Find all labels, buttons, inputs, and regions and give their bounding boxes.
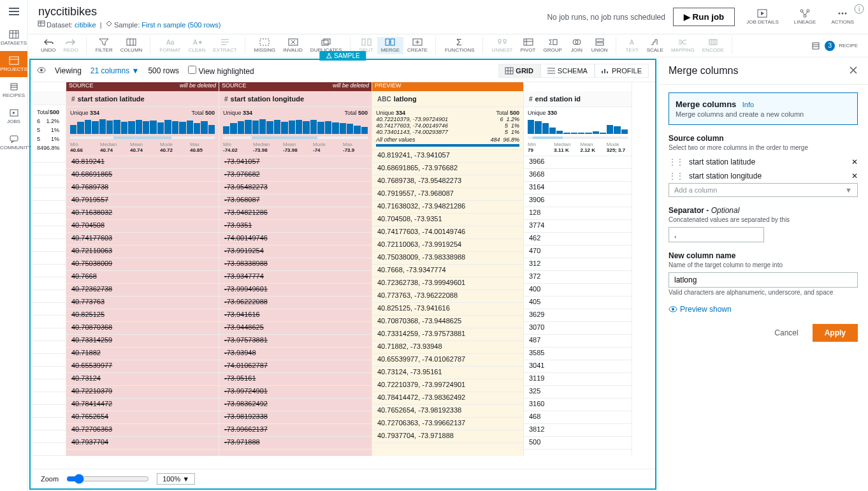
table-cell[interactable]: 40.819241 (66, 156, 219, 169)
preview-toggle[interactable]: Preview shown (669, 305, 858, 314)
hamburger-icon[interactable] (0, 0, 27, 25)
table-cell[interactable]: 3629 (524, 309, 632, 322)
table-cell[interactable]: 40.7652654 (66, 411, 219, 424)
actions-button[interactable]: ACTIONS (827, 9, 858, 25)
text-button[interactable]: ATEXT (621, 37, 643, 54)
table-cell[interactable]: 40.819241, -73.941057 (372, 150, 523, 163)
table-cell[interactable]: 40.7919557, -73.968087 (372, 188, 523, 201)
table-cell[interactable]: 405 (524, 297, 632, 309)
table-cell[interactable]: 40.7668 (66, 271, 219, 284)
join-button[interactable]: JOIN (566, 37, 588, 54)
table-cell[interactable]: 3774 (524, 220, 632, 233)
recipe-button[interactable]: 3 RECIPE (811, 41, 863, 51)
table-cell[interactable]: 40.68691865, -73.976682 (372, 163, 523, 175)
table-cell[interactable]: 40.73124, -73.95161 (372, 367, 523, 379)
table-cell[interactable]: 40.74177603, -74.00149746 (372, 226, 523, 239)
table-cell[interactable]: 462 (524, 233, 632, 246)
table-cell[interactable]: 40.72706363 (66, 424, 219, 437)
table-cell[interactable]: -73.95482273 (219, 182, 372, 194)
table-cell[interactable]: 40.7689738 (66, 182, 219, 194)
grid-view-button[interactable]: GRID (498, 64, 540, 78)
table-cell[interactable]: 40.75038009, -73.98338988 (372, 252, 523, 265)
table-cell[interactable]: -73.99949601 (219, 284, 372, 297)
nav-datasets[interactable]: DATASETS (0, 25, 27, 51)
table-cell[interactable]: 3668 (524, 169, 632, 182)
table-cell[interactable]: 40.704508 (66, 220, 219, 233)
table-cell[interactable]: -73.941616 (219, 309, 372, 322)
table-cell[interactable]: 40.7919557 (66, 194, 219, 207)
table-cell[interactable]: -74.01062787 (219, 360, 372, 373)
table-cell[interactable]: 40.72362738, -73.99949601 (372, 277, 523, 290)
missing-button[interactable]: MISSING (250, 37, 280, 54)
table-cell[interactable]: 40.68691865 (66, 169, 219, 182)
nav-recipes[interactable]: RECIPES (0, 77, 27, 103)
table-cell[interactable]: 40.704508, -73.9351 (372, 214, 523, 226)
table-cell[interactable]: 40.825125 (66, 309, 219, 322)
table-cell[interactable]: 40.7937704 (66, 437, 219, 450)
functions-button[interactable]: ΣFUNCTIONS (441, 37, 479, 54)
table-cell[interactable]: 40.7668, -73.9347774 (372, 265, 523, 277)
table-cell[interactable]: 487 (524, 335, 632, 348)
table-cell[interactable]: -73.94821286 (219, 207, 372, 220)
table-cell[interactable]: 40.773763 (66, 297, 219, 309)
table-cell[interactable]: 40.75038009 (66, 258, 219, 271)
table-cell[interactable]: -73.93948 (219, 348, 372, 360)
add-column-dropdown[interactable]: Add a column▼ (669, 183, 858, 197)
scale-button[interactable]: SCALE (643, 37, 667, 54)
table-cell[interactable]: 40.73314259 (66, 335, 219, 348)
table-cell[interactable]: 40.72210379 (66, 386, 219, 399)
merge-button[interactable]: MERGE (377, 37, 403, 54)
table-cell[interactable]: 40.78414472 (66, 399, 219, 411)
table-cell[interactable]: 312 (524, 258, 632, 271)
table-cell[interactable]: -73.99724901 (219, 386, 372, 399)
table-cell[interactable]: 128 (524, 207, 632, 220)
undo-button[interactable]: UNDO (37, 37, 60, 54)
union-button[interactable]: UNION (588, 37, 612, 54)
table-cell[interactable]: -74.00149746 (219, 233, 372, 246)
table-cell[interactable]: 40.73124 (66, 373, 219, 386)
remove-icon[interactable]: ✕ (851, 158, 858, 166)
schema-view-button[interactable]: SCHEMA (540, 64, 595, 78)
table-cell[interactable]: 40.71638032 (66, 207, 219, 220)
table-cell[interactable]: 3119 (524, 373, 632, 386)
create-button[interactable]: CREATE (403, 37, 431, 54)
unnest-button[interactable]: UNNEST (488, 37, 517, 54)
table-cell[interactable]: 40.65539977, -74.01062787 (372, 354, 523, 367)
table-cell[interactable]: -73.98362492 (219, 399, 372, 411)
columns-dropdown[interactable]: 21 columns ▼ (90, 66, 140, 75)
table-cell[interactable]: -73.99662137 (219, 424, 372, 437)
table-cell[interactable]: 40.773763, -73.96222088 (372, 290, 523, 303)
source-row-lat[interactable]: ⋮⋮ start station latitude ✕ (669, 155, 858, 169)
table-cell[interactable]: 40.71882, -73.93948 (372, 341, 523, 354)
table-cell[interactable]: 40.71882 (66, 348, 219, 360)
dataset-link[interactable]: citibike (75, 21, 96, 29)
extract-button[interactable]: EXTRACT (209, 37, 240, 54)
table-cell[interactable]: -73.9347774 (219, 271, 372, 284)
filter-button[interactable]: FILTER (92, 37, 117, 54)
run-job-button[interactable]: ▶ Run job (673, 8, 735, 26)
table-cell[interactable]: 40.65539977 (66, 360, 219, 373)
table-cell[interactable]: 40.72706363, -73.99662137 (372, 418, 523, 430)
table-cell[interactable]: 40.70870368 (66, 322, 219, 335)
table-cell[interactable]: 40.72110063 (66, 246, 219, 258)
nav-jobs[interactable]: JOBS (0, 103, 27, 129)
source-row-lon[interactable]: ⋮⋮ start station longitude ✕ (669, 169, 858, 183)
zoom-slider[interactable] (66, 474, 149, 484)
table-cell[interactable]: -73.941057 (219, 156, 372, 169)
table-cell[interactable]: 3041 (524, 360, 632, 373)
table-cell[interactable]: 40.78414472, -73.98362492 (372, 392, 523, 405)
table-cell[interactable]: 40.7652654, -73.98192338 (372, 405, 523, 418)
table-cell[interactable]: 3812 (524, 424, 632, 437)
pivot-button[interactable]: PIVOT (517, 37, 540, 54)
table-cell[interactable]: -73.976682 (219, 169, 372, 182)
table-cell[interactable]: -73.97573881 (219, 335, 372, 348)
table-cell[interactable]: 40.72110063, -73.9919254 (372, 239, 523, 252)
table-cell[interactable]: 40.73314259, -73.97573881 (372, 328, 523, 341)
group-button[interactable]: ΣGROUP (540, 37, 566, 54)
info-link[interactable]: Info (742, 101, 754, 108)
highlight-checkbox[interactable]: View highlighted (188, 66, 254, 76)
table-cell[interactable]: 40.72210379, -73.99724901 (372, 379, 523, 392)
table-cell[interactable]: 40.70870368, -73.9448625 (372, 316, 523, 328)
table-cell[interactable]: -73.98192338 (219, 411, 372, 424)
table-cell[interactable]: 3906 (524, 194, 632, 207)
